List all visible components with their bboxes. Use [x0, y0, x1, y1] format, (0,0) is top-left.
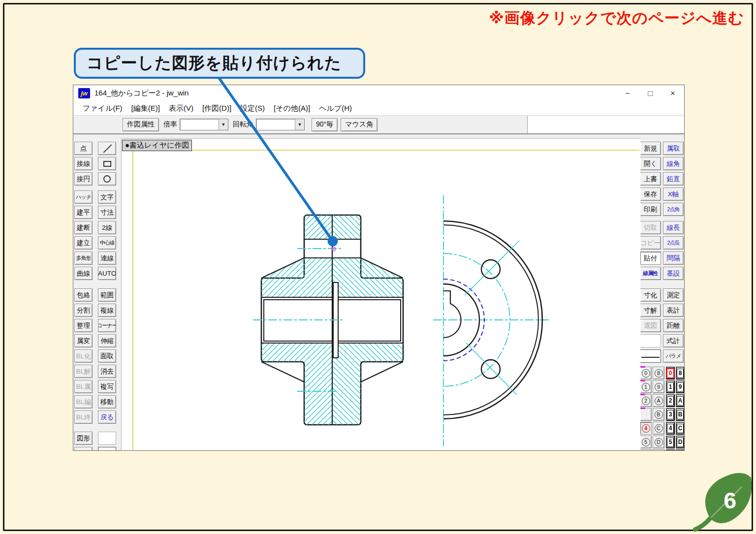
tool-button[interactable]: 移動	[98, 395, 116, 408]
per-90-button[interactable]: 90°毎	[312, 118, 338, 131]
tool-button[interactable]: BL解	[74, 365, 93, 378]
tool-button[interactable]: 2点角	[663, 203, 684, 216]
layer-button[interactable]: 8	[653, 367, 664, 379]
layer-button[interactable]: 0	[640, 367, 652, 379]
menu-item[interactable]: [その他(A)]	[269, 104, 315, 113]
menu-item[interactable]: [編集(E)]	[127, 104, 164, 113]
layer-group-button[interactable]: A	[676, 394, 685, 407]
tool-button[interactable]: 図形	[74, 432, 93, 445]
draw-attr-button[interactable]: 作図属性	[123, 118, 159, 131]
drawing-canvas[interactable]: ●書込レイヤに作図	[121, 138, 640, 451]
tool-button[interactable]: 曲線	[74, 267, 93, 280]
layer-group-button[interactable]: 9	[676, 380, 685, 393]
tool-button[interactable]: 寸法	[98, 206, 116, 219]
tool-button[interactable]: 2点長	[663, 236, 684, 250]
tool-button[interactable]: 測定	[663, 288, 684, 302]
tool-button[interactable]: 寸化	[640, 288, 661, 302]
layer-button[interactable]: A	[653, 394, 664, 407]
tool-button[interactable]: 線属性	[640, 267, 661, 280]
layer-group-button[interactable]: 5	[666, 436, 675, 448]
tool-button[interactable]: 選図	[640, 319, 661, 332]
tool-button[interactable]: 面取	[98, 349, 116, 363]
toolbar-input-area[interactable]	[527, 116, 684, 133]
tool-button[interactable]: 表計	[663, 304, 684, 317]
tool-button[interactable]: 式計	[663, 334, 684, 347]
layer-button[interactable]	[640, 408, 652, 421]
menu-item[interactable]: [作図(D)]	[198, 104, 236, 113]
tool-button[interactable]: 距離	[663, 319, 684, 332]
layer-group-button[interactable]: 1	[666, 380, 675, 393]
tool-button[interactable]: 建立	[74, 236, 93, 250]
tool-button[interactable]: 図登	[74, 447, 93, 451]
tool-button[interactable]: 印刷	[640, 203, 661, 216]
tool-button[interactable]: 貼付	[640, 251, 661, 265]
tool-button[interactable]: 建平	[74, 206, 93, 219]
tool-button[interactable]	[98, 432, 116, 445]
tool-button[interactable]: 接円	[74, 172, 93, 186]
tool-button[interactable]: コピー	[640, 236, 661, 250]
tool-button[interactable]: 寸解	[640, 304, 661, 317]
close-button[interactable]: ×	[662, 85, 684, 101]
layer-button[interactable]: 9	[653, 380, 664, 393]
slide[interactable]: ※画像クリックで次のページへ進む コピーした図形を貼り付けられた jw 164_…	[0, 0, 756, 534]
tool-button[interactable]: 新規	[640, 142, 661, 155]
maximize-button[interactable]: □	[639, 85, 662, 101]
tool-button[interactable]: パラメ	[663, 349, 684, 363]
menu-item[interactable]: 設定(S)	[236, 104, 269, 113]
layer-group-button[interactable]: E	[676, 449, 685, 451]
tool-button[interactable]: 間隔	[663, 251, 684, 265]
layer-group-button[interactable]: 8	[676, 367, 685, 379]
rotate-combo-value[interactable]	[256, 119, 295, 130]
menu-item[interactable]: ヘルプ(H)	[315, 104, 356, 113]
layer-group-button[interactable]: 4	[666, 422, 675, 435]
tool-button[interactable]: 基設	[663, 267, 684, 280]
chevron-down-icon[interactable]: ▼	[219, 119, 228, 130]
tool-button[interactable]: 消去	[98, 365, 116, 378]
menu-item[interactable]: 表示(V)	[164, 104, 198, 113]
layer-button[interactable]: 1	[640, 380, 652, 393]
tool-button[interactable]: 線長	[663, 221, 684, 234]
layer-group-button[interactable]: 2	[666, 394, 675, 407]
tool-button[interactable]: 点	[74, 142, 93, 155]
tool-button[interactable]: AUTO	[98, 267, 116, 280]
mouse-angle-button[interactable]: マウス角	[341, 118, 378, 131]
tool-button[interactable]: BL化	[74, 349, 93, 363]
rotate-combo[interactable]: ▼	[256, 119, 305, 130]
tool-button[interactable]: 中心線	[98, 236, 116, 250]
tool-button[interactable]	[98, 142, 116, 155]
tool-button[interactable]: 2線	[98, 221, 116, 234]
menu-item[interactable]: ファイル(F)	[78, 104, 127, 113]
tool-button[interactable]: 切取	[640, 221, 661, 234]
tool-button[interactable]: 属変	[74, 334, 93, 347]
tool-button[interactable]: 包絡	[74, 288, 93, 302]
tool-button[interactable]: BL編	[74, 395, 93, 408]
tool-button[interactable]: 範囲	[98, 288, 116, 302]
chevron-down-icon[interactable]: ▼	[295, 119, 304, 130]
tool-button[interactable]: 線角	[663, 157, 684, 170]
tool-button[interactable]: ハッチ	[74, 190, 93, 204]
layer-group-button[interactable]: B	[676, 408, 685, 421]
minimize-button[interactable]: −	[616, 85, 639, 101]
tool-button[interactable]: 開く	[640, 157, 661, 170]
tool-button[interactable]: 上書	[640, 172, 661, 186]
layer-group-button[interactable]: 3	[666, 408, 675, 421]
layer-button[interactable]: E	[653, 449, 664, 451]
tool-button[interactable]: X軸	[663, 188, 684, 201]
layer-group-button[interactable]: C	[676, 422, 685, 435]
tool-button[interactable]: 戻る	[98, 410, 116, 424]
layer-button[interactable]: 5	[640, 436, 652, 448]
tool-button[interactable]: 複線	[98, 304, 116, 317]
layer-button[interactable]: 6	[640, 449, 652, 451]
layer-group-button[interactable]: 6	[666, 449, 675, 451]
tool-button[interactable]	[98, 157, 116, 170]
tool-button[interactable]: 分割	[74, 304, 93, 317]
tool-button[interactable]: 連線	[98, 251, 116, 265]
tool-button[interactable]: 伸縮	[98, 334, 116, 347]
scale-combo-value[interactable]	[180, 119, 219, 130]
tool-button[interactable]: 接線	[74, 157, 93, 170]
layer-group-button[interactable]: 0	[666, 367, 675, 379]
tool-button[interactable]: 多角形	[74, 251, 93, 265]
tool-button[interactable]: 保存	[640, 188, 661, 201]
layer-button[interactable]: B	[653, 408, 664, 421]
tool-button[interactable]	[640, 349, 661, 363]
